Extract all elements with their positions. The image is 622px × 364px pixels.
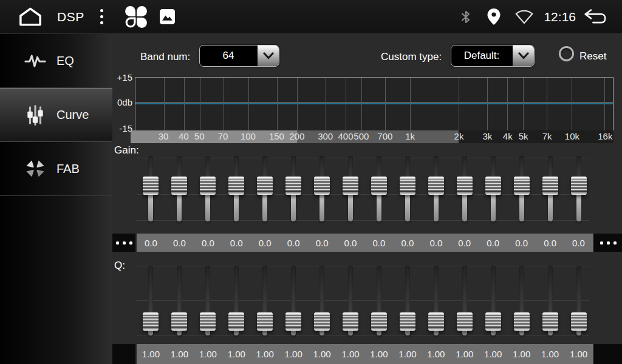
gallery-icon[interactable]	[159, 8, 176, 25]
gain-slider[interactable]	[279, 152, 308, 231]
response-curve-line	[135, 103, 613, 104]
q-slider[interactable]	[564, 255, 593, 340]
gain-slider[interactable]	[422, 152, 450, 231]
zero-db-gridline	[135, 102, 613, 103]
q-slider[interactable]	[536, 255, 564, 340]
frequency-tick-label: 50	[194, 131, 205, 141]
gain-slider-knob[interactable]	[428, 177, 444, 195]
home-icon[interactable]	[17, 7, 44, 27]
q-slider[interactable]	[365, 255, 394, 340]
plot-gridline	[297, 78, 298, 130]
sidebar-item-label: FAB	[56, 162, 80, 176]
q-slider-knob[interactable]	[542, 312, 558, 331]
chevron-down-icon[interactable]	[257, 46, 279, 66]
band-num-dropdown[interactable]: 64	[199, 45, 279, 67]
gain-value: 0.0	[251, 238, 279, 248]
gain-slider-knob[interactable]	[171, 177, 187, 195]
gain-slider[interactable]	[222, 152, 251, 231]
gain-slider-knob[interactable]	[257, 177, 273, 195]
gain-slider[interactable]	[194, 152, 222, 231]
q-slider-knob[interactable]	[257, 312, 273, 331]
gain-slider-knob[interactable]	[143, 177, 159, 195]
q-slider[interactable]	[279, 255, 308, 340]
gain-slider[interactable]	[165, 152, 194, 231]
plot-gridline	[507, 78, 508, 130]
q-slider[interactable]	[165, 255, 194, 340]
gain-value: 0.0	[450, 238, 479, 248]
q-slider[interactable]	[337, 255, 365, 340]
plot-gridline	[200, 78, 200, 130]
q-slider[interactable]	[393, 255, 422, 340]
sidebar-item-fab[interactable]: FAB	[0, 142, 112, 196]
q-slider-knob[interactable]	[143, 312, 159, 331]
gain-slider-knob[interactable]	[200, 177, 216, 195]
q-slider-knob[interactable]	[400, 312, 415, 331]
gain-slider-knob[interactable]	[314, 177, 330, 195]
gain-slider-knob[interactable]	[542, 177, 558, 195]
status-bar: DSP 12:16	[0, 0, 622, 34]
gain-slider-knob[interactable]	[400, 177, 415, 195]
q-slider[interactable]	[222, 255, 251, 340]
reset-radio-button[interactable]	[559, 46, 574, 61]
q-value: 1.00	[337, 349, 365, 359]
gain-slider[interactable]	[450, 152, 479, 231]
gain-slider[interactable]	[337, 152, 365, 231]
gain-value: 0.0	[564, 238, 593, 248]
q-slider[interactable]	[422, 255, 450, 340]
gain-slider-knob[interactable]	[285, 177, 301, 195]
q-slider-knob[interactable]	[428, 312, 444, 331]
gain-slider[interactable]	[536, 152, 564, 231]
q-slider-knob[interactable]	[343, 312, 358, 331]
q-slider[interactable]	[507, 255, 536, 340]
gain-slider[interactable]	[393, 152, 422, 231]
gain-slider[interactable]	[507, 152, 536, 231]
frequency-tick-label: 2k	[454, 131, 464, 141]
plot-gridline	[346, 78, 346, 130]
q-slider[interactable]	[251, 255, 279, 340]
overflow-menu-icon[interactable]	[100, 9, 103, 24]
q-slider-knob[interactable]	[371, 312, 387, 331]
back-icon[interactable]	[582, 8, 610, 26]
frequency-axis-strip: 304050701001502003004005007001k2k3k4k5k7…	[131, 130, 613, 143]
gain-slider-knob[interactable]	[457, 177, 473, 195]
q-slider-knob[interactable]	[200, 312, 216, 331]
q-slider-knob[interactable]	[314, 312, 330, 331]
q-slider[interactable]	[308, 255, 337, 340]
y-axis-label-min: -15	[112, 123, 132, 133]
gain-slider-knob[interactable]	[228, 177, 244, 195]
frequency-tick-label: 10k	[565, 131, 579, 141]
q-slider-knob[interactable]	[485, 312, 501, 331]
gain-slider-knob[interactable]	[343, 177, 358, 195]
gain-slider[interactable]	[137, 152, 165, 231]
gain-slider[interactable]	[251, 152, 279, 231]
q-slider[interactable]	[137, 255, 165, 340]
q-slider-knob[interactable]	[171, 312, 187, 331]
gain-more-right-button[interactable]	[594, 234, 622, 252]
gain-slider-knob[interactable]	[571, 177, 587, 195]
gain-slider-knob[interactable]	[485, 177, 501, 195]
gain-slider[interactable]	[308, 152, 337, 231]
frequency-tick-label: 100	[241, 131, 256, 141]
custom-type-dropdown[interactable]: Default:	[451, 45, 535, 67]
frequency-tick-label: 4k	[503, 131, 513, 141]
gain-slider[interactable]	[479, 152, 507, 231]
gain-slider[interactable]	[365, 152, 394, 231]
gain-slider-knob[interactable]	[514, 177, 530, 195]
q-slider[interactable]	[450, 255, 479, 340]
q-slider-knob[interactable]	[571, 312, 587, 331]
q-slider[interactable]	[479, 255, 507, 340]
q-slider[interactable]	[194, 255, 222, 340]
apps-clover-icon[interactable]	[124, 5, 148, 29]
q-slider-knob[interactable]	[285, 312, 301, 331]
gain-more-left-button[interactable]	[112, 234, 135, 252]
q-slider-knob[interactable]	[457, 312, 473, 331]
q-value: 1.00	[308, 349, 337, 359]
gain-slider-knob[interactable]	[371, 177, 387, 195]
gain-slider[interactable]	[564, 152, 593, 231]
q-slider-knob[interactable]	[228, 312, 244, 331]
q-value-row: 1.001.001.001.001.001.001.001.001.001.00…	[112, 344, 622, 364]
q-slider-knob[interactable]	[514, 312, 530, 331]
sidebar-item-eq[interactable]: EQ	[0, 34, 112, 88]
sidebar-item-curve[interactable]: Curve	[0, 88, 112, 142]
chevron-down-icon[interactable]	[512, 46, 534, 66]
